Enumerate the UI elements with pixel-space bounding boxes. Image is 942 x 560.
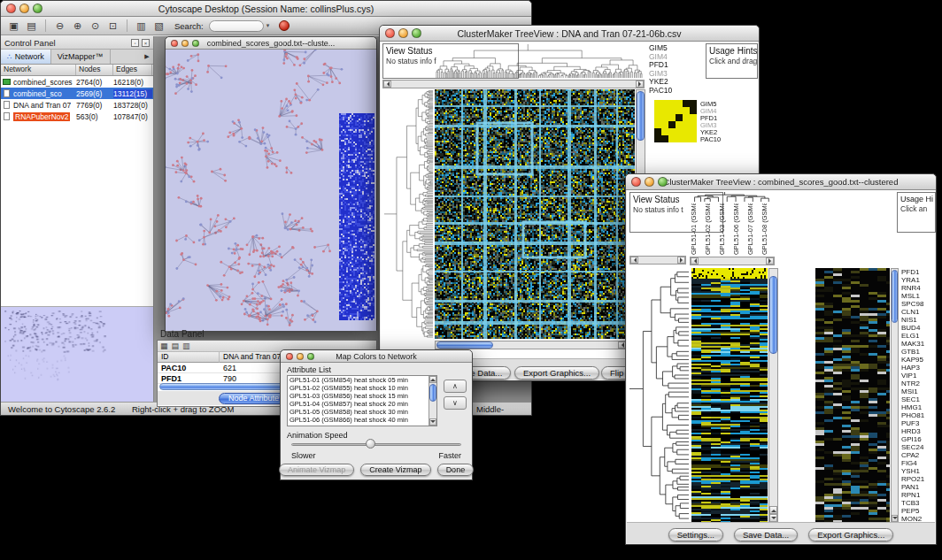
gene-label[interactable]: PFD1 bbox=[901, 268, 937, 276]
gene-label[interactable]: MSL1 bbox=[901, 292, 937, 300]
zoom-out-icon[interactable]: ⊖ bbox=[52, 19, 67, 33]
speed-slider-thumb[interactable] bbox=[366, 439, 375, 449]
vertical-scrollbar[interactable] bbox=[429, 376, 436, 426]
gene-label[interactable]: YSH1 bbox=[901, 467, 937, 475]
gene-label[interactable]: BUD4 bbox=[901, 324, 937, 332]
annotation-icon[interactable]: ▧ bbox=[151, 19, 166, 33]
close-button[interactable] bbox=[385, 28, 395, 38]
zoom-fit-icon[interactable]: ⊙ bbox=[88, 19, 103, 33]
network-canvas[interactable] bbox=[166, 50, 376, 331]
zoom-button[interactable] bbox=[192, 40, 199, 47]
horizontal-scrollbar[interactable] bbox=[690, 257, 775, 265]
gene-label[interactable]: VIP1 bbox=[901, 372, 937, 380]
float-panel-icon[interactable]: ▫ bbox=[131, 39, 139, 47]
settings-button[interactable]: Settings... bbox=[668, 528, 723, 541]
minimize-button[interactable] bbox=[19, 4, 29, 13]
move-up-button[interactable]: ∧ bbox=[444, 380, 467, 393]
gene-label[interactable]: MAK31 bbox=[901, 340, 937, 348]
minimize-button[interactable] bbox=[398, 28, 408, 38]
gene-label[interactable]: PAC10 bbox=[649, 87, 699, 96]
scroll-left-icon[interactable] bbox=[630, 257, 638, 264]
table-cols-icon[interactable]: ▥ bbox=[182, 341, 190, 350]
gene-label[interactable]: PHO81 bbox=[901, 411, 937, 419]
attribute-list-item[interactable]: GPL51-07 (GSM868) heat shock 60 min bbox=[288, 424, 428, 426]
scroll-left-icon[interactable] bbox=[383, 81, 391, 88]
network-view-title-bar[interactable]: combined_scores_good.txt--cluste... bbox=[166, 37, 376, 50]
treeview-dna-title-bar[interactable]: ClusterMaker TreeView : DNA and Tran 07-… bbox=[380, 26, 759, 42]
search-dropdown-icon[interactable]: ▾ bbox=[266, 22, 270, 29]
close-button[interactable] bbox=[171, 40, 178, 47]
done-button[interactable]: Done bbox=[437, 464, 475, 476]
new-session-icon[interactable]: ▣ bbox=[6, 19, 21, 33]
minimize-button[interactable] bbox=[181, 40, 189, 47]
gene-label[interactable]: ELG1 bbox=[901, 332, 937, 340]
attribute-list-item[interactable]: GPL51-03 (GSM856) heat shock 15 min bbox=[288, 392, 428, 400]
scroll-right-icon[interactable] bbox=[677, 257, 685, 264]
main-title-bar[interactable]: Cytoscape Desktop (Session Name: collins… bbox=[1, 1, 531, 17]
vertical-scrollbar[interactable] bbox=[768, 268, 778, 523]
gene-label[interactable]: NTR2 bbox=[901, 380, 937, 387]
gene-label[interactable]: SPC98 bbox=[901, 300, 937, 308]
zoom-button[interactable] bbox=[33, 4, 42, 13]
scroll-down-icon[interactable] bbox=[892, 515, 898, 522]
save-data-button[interactable]: Save Data... bbox=[734, 528, 798, 541]
open-session-icon[interactable]: ▤ bbox=[24, 19, 39, 33]
attribute-list-item[interactable]: GPL51-06 (GSM866) heat shock 40 min bbox=[288, 416, 428, 424]
vertical-scrollbar[interactable] bbox=[891, 268, 899, 523]
scroll-right-icon[interactable] bbox=[766, 257, 774, 265]
export-graphics-button[interactable]: Export Graphics... bbox=[808, 528, 893, 541]
heatmap-canvas[interactable] bbox=[691, 268, 768, 523]
scroll-thumb[interactable] bbox=[429, 384, 436, 402]
tab-vizmapper[interactable]: VizMapper™ bbox=[51, 50, 111, 64]
attribute-list-item[interactable]: GPL51-01 (GSM854) heat shock 05 min bbox=[288, 376, 428, 384]
gene-label[interactable]: GTB1 bbox=[901, 348, 937, 356]
scroll-thumb[interactable] bbox=[769, 276, 777, 354]
speed-slider-track[interactable] bbox=[291, 443, 461, 446]
network-row-selected[interactable]: combined_sco 2569(6) 13112(15) bbox=[1, 88, 153, 99]
gene-label[interactable]: HMG1 bbox=[901, 403, 937, 411]
attribute-list-item[interactable]: GPL51-05 (GSM858) heat shock 30 min bbox=[288, 408, 428, 416]
scroll-down-icon[interactable] bbox=[429, 418, 436, 426]
export-graphics-button[interactable]: Export Graphics... bbox=[514, 366, 599, 380]
zoom-button[interactable] bbox=[412, 28, 421, 38]
zoom-selected-icon[interactable]: ⊡ bbox=[105, 19, 120, 33]
gene-label[interactable]: PUF3 bbox=[901, 419, 937, 427]
horizontal-scrollbar[interactable] bbox=[435, 341, 635, 349]
column-dendrogram-canvas[interactable] bbox=[435, 43, 644, 79]
secondary-heatmap-canvas[interactable] bbox=[815, 268, 890, 523]
gene-label[interactable]: FIG4 bbox=[901, 459, 937, 467]
network-overview-canvas[interactable] bbox=[1, 307, 153, 402]
zoom-button[interactable] bbox=[658, 177, 668, 187]
gene-label[interactable]: PEP5 bbox=[901, 507, 937, 515]
attribute-list-item[interactable]: GPL51-02 (GSM855) heat shock 10 min bbox=[288, 384, 428, 392]
close-panel-icon[interactable]: × bbox=[142, 39, 150, 47]
table-grid-icon[interactable]: ▦ bbox=[160, 341, 168, 350]
gene-label[interactable]: YRA1 bbox=[901, 276, 937, 284]
scroll-up-icon[interactable] bbox=[769, 506, 777, 514]
gene-label[interactable]: CLN1 bbox=[901, 308, 937, 316]
create-vizmap-button[interactable]: Create Vizmap bbox=[360, 464, 430, 476]
table-rows-icon[interactable]: ▤ bbox=[172, 341, 180, 350]
scroll-right-icon[interactable] bbox=[636, 81, 644, 88]
close-button[interactable] bbox=[286, 353, 293, 360]
scroll-down-icon[interactable] bbox=[769, 514, 777, 522]
gene-label[interactable]: MSI1 bbox=[901, 387, 937, 395]
gene-label[interactable]: SEC24 bbox=[901, 443, 937, 451]
network-tree-area[interactable] bbox=[1, 122, 153, 307]
horizontal-scrollbar[interactable] bbox=[382, 80, 645, 88]
network-row[interactable]: combined_scores 2764(0) 16218(0) bbox=[1, 76, 153, 88]
row-dendrogram-canvas[interactable] bbox=[383, 89, 434, 339]
tab-overflow-icon[interactable]: ▶ bbox=[141, 50, 153, 64]
network-row[interactable]: DNA and Tran 07 7769(0) 183728(0) bbox=[1, 99, 153, 111]
animate-vizmap-button[interactable]: Animate Vizmap bbox=[279, 464, 354, 476]
close-button[interactable] bbox=[6, 4, 16, 13]
gene-label[interactable]: RPN1 bbox=[901, 491, 937, 499]
gene-label[interactable]: HRD3 bbox=[901, 427, 937, 435]
horizontal-scrollbar[interactable] bbox=[629, 256, 686, 265]
scroll-thumb[interactable] bbox=[892, 270, 898, 323]
gene-label[interactable]: CPA2 bbox=[901, 451, 937, 459]
gene-label[interactable]: RPO21 bbox=[901, 475, 937, 483]
gene-label[interactable]: SEC1 bbox=[901, 395, 937, 403]
close-button[interactable] bbox=[631, 177, 641, 187]
search-input[interactable] bbox=[209, 20, 264, 32]
